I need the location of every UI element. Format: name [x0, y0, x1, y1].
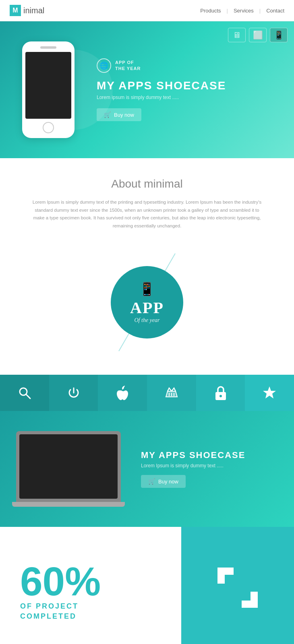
app-of-year-badge: 🌐 APP OF THE YEAR — [97, 58, 286, 73]
hero-phone-mockup — [16, 41, 81, 138]
svg-line-1 — [26, 394, 30, 398]
nav-separator-1: | — [224, 8, 230, 14]
circle-sub-label: Of the year — [135, 317, 160, 324]
phone-icon[interactable]: 📱 — [270, 28, 288, 42]
stats-section: 60% OF PROJECT COMPLETED — [0, 527, 294, 644]
device-switcher: 🖥 ⬜ 📱 — [228, 28, 288, 42]
logo-icon: M — [10, 5, 21, 16]
tablet-icon[interactable]: ⬜ — [249, 28, 267, 42]
globe-icon: 🌐 — [97, 58, 111, 73]
logo: M inimal — [10, 5, 44, 16]
resize-icon — [213, 564, 262, 619]
laptop-screen — [19, 434, 118, 499]
nav-contact[interactable]: Contact — [266, 8, 284, 14]
icon-apple[interactable] — [98, 375, 147, 411]
hero-section: 🖥 ⬜ 📱 🌐 APP OF THE YEAR MY APPS SHOECASE… — [0, 21, 294, 158]
hero-content: 🌐 APP OF THE YEAR MY APPS SHOECASE Lorem… — [81, 58, 286, 121]
badge-text: APP OF THE YEAR — [115, 60, 141, 72]
icon-bar — [0, 375, 294, 411]
laptop-content: MY APPS SHOECASE Lorem Ipsum is simply d… — [141, 450, 245, 488]
phone-body — [22, 41, 75, 138]
laptop-title: MY APPS SHOECASE — [141, 450, 245, 460]
stats-right — [181, 527, 294, 644]
laptop-section: MY APPS SHOECASE Lorem Ipsum is simply d… — [0, 411, 294, 527]
circle-graphic: 📱 APP Of the year — [95, 246, 199, 359]
laptop-buy-button[interactable]: 🛒 Buy now — [141, 475, 186, 488]
icon-basket[interactable] — [147, 375, 196, 411]
stat-label: OF PROJECT COMPLETED — [20, 601, 161, 621]
circle-app-label: APP — [130, 298, 164, 317]
svg-marker-7 — [263, 386, 276, 398]
laptop-subtitle: Lorem Ipsum is simply dummy text ..... — [141, 463, 245, 469]
about-section: About minimal Lorem Ipsum is simply dumm… — [0, 158, 294, 375]
laptop-cart-icon: 🛒 — [148, 478, 155, 485]
svg-marker-9 — [242, 592, 258, 608]
laptop-mockup — [16, 431, 125, 507]
hero-buy-button[interactable]: 🛒 Buy now — [97, 108, 141, 121]
laptop-screen-wrap — [16, 431, 121, 502]
nav-services[interactable]: Services — [234, 8, 254, 14]
svg-marker-8 — [217, 568, 234, 584]
icon-power[interactable] — [49, 375, 98, 411]
nav-separator-2: | — [257, 8, 263, 14]
cart-icon: 🛒 — [104, 111, 111, 118]
header: M inimal Products | Services | Contact — [0, 0, 294, 21]
stats-left: 60% OF PROJECT COMPLETED — [0, 527, 181, 644]
teal-circle: 📱 APP Of the year — [111, 266, 183, 339]
hero-title: MY APPS SHOECASE — [97, 79, 286, 92]
phone-home-button — [43, 122, 54, 133]
desktop-icon[interactable]: 🖥 — [228, 28, 246, 42]
about-title: About minimal — [24, 178, 270, 190]
circle-phone-icon: 📱 — [139, 281, 155, 297]
icon-star[interactable] — [245, 375, 294, 411]
main-nav: Products | Services | Contact — [200, 8, 284, 14]
stat-number: 60% — [20, 561, 161, 601]
icon-lock[interactable] — [196, 375, 245, 411]
about-body: Lorem Ipsum is simply dummy text of the … — [30, 198, 264, 230]
logo-name: inimal — [23, 6, 44, 15]
nav-products[interactable]: Products — [200, 8, 221, 14]
phone-screen — [25, 52, 71, 119]
phone-speaker — [40, 46, 56, 49]
laptop-base — [12, 502, 125, 507]
hero-subtitle: Lorem ipsum is simply dummy text ..... — [97, 95, 286, 100]
icon-search[interactable] — [0, 375, 49, 411]
svg-point-6 — [219, 395, 222, 397]
